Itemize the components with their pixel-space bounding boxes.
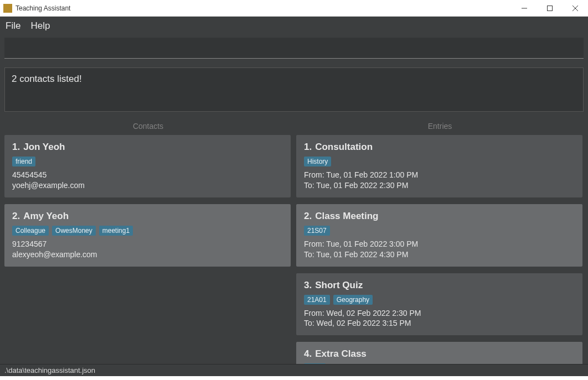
status-message: 2 contacts listed!	[12, 74, 82, 84]
entry-title: 3.Short Quiz	[304, 280, 575, 291]
tag: friend	[12, 157, 35, 166]
menubar: File Help	[0, 17, 588, 35]
entry-index: 3.	[304, 280, 312, 290]
entries-list[interactable]: 1.ConsultationHistoryFrom: Tue, 01 Feb 2…	[296, 135, 584, 364]
entry-name: Consultation	[315, 142, 373, 152]
tag: Math	[304, 363, 326, 364]
contacts-column: Contacts 1.Jon Yeohfriend45454545yoehj@e…	[0, 116, 294, 364]
tag: 21A01	[304, 295, 330, 305]
entry-title: 2.Class Meeting	[304, 211, 575, 222]
entry-card[interactable]: 1.ConsultationHistoryFrom: Tue, 01 Feb 2…	[296, 135, 582, 197]
maximize-button[interactable]	[537, 0, 563, 17]
entry-name: Short Quiz	[315, 280, 363, 290]
contact-email: yoehj@example.com	[12, 180, 283, 191]
footer-path: .\data\teachingassistant.json	[4, 366, 95, 374]
status-box: 2 contacts listed!	[4, 67, 584, 112]
entry-card[interactable]: 4.Extra ClassMath	[296, 342, 582, 364]
svg-rect-1	[548, 6, 553, 11]
contacts-header: Contacts	[4, 116, 292, 135]
tag: Colleague	[12, 226, 49, 236]
tag: Geography	[333, 295, 373, 305]
close-button[interactable]	[563, 0, 588, 17]
window-controls	[512, 0, 588, 17]
window-titlebar: Teaching Assistant	[0, 0, 588, 17]
tag: 21S07	[304, 226, 330, 236]
entry-to: To: Wed, 02 Feb 2022 3:15 PM	[304, 318, 575, 329]
minimize-button[interactable]	[512, 0, 537, 17]
main-area: Contacts 1.Jon Yeohfriend45454545yoehj@e…	[0, 116, 588, 364]
contact-title: 1.Jon Yeoh	[12, 142, 283, 153]
entry-tags: History	[304, 156, 575, 168]
footer-bar: .\data\teachingassistant.json	[0, 364, 588, 376]
tag: meeting1	[99, 226, 133, 236]
contact-card[interactable]: 1.Jon Yeohfriend45454545yoehj@example.co…	[4, 135, 291, 197]
entry-index: 4.	[304, 348, 312, 359]
entry-from: From: Tue, 01 Feb 2022 1:00 PM	[304, 170, 575, 180]
command-row	[0, 35, 588, 60]
status-row: 2 contacts listed!	[0, 60, 588, 116]
entry-title: 1.Consultation	[304, 142, 575, 153]
tag: History	[304, 157, 331, 166]
contacts-list[interactable]: 1.Jon Yeohfriend45454545yoehj@example.co…	[4, 135, 292, 364]
contact-tags: friend	[12, 156, 283, 168]
entry-index: 1.	[304, 142, 312, 152]
entry-from: From: Wed, 02 Feb 2022 2:30 PM	[304, 308, 575, 319]
entries-column: Entries 1.ConsultationHistoryFrom: Tue, …	[294, 116, 588, 364]
entry-tags: 21S07	[304, 225, 575, 237]
contact-index: 1.	[12, 142, 20, 152]
entry-to: To: Tue, 01 Feb 2022 4:30 PM	[304, 249, 575, 260]
entry-card[interactable]: 2.Class Meeting21S07From: Tue, 01 Feb 20…	[296, 204, 582, 267]
entry-index: 2.	[304, 211, 312, 221]
entry-tags: Math	[304, 363, 575, 364]
contact-name: Jon Yeoh	[23, 142, 65, 152]
contact-email: alexyeoh@example.com	[12, 249, 283, 260]
contact-index: 2.	[12, 211, 20, 221]
window-title: Teaching Assistant	[16, 4, 512, 12]
tag: OwesMoney	[52, 226, 96, 236]
command-input[interactable]	[4, 38, 584, 59]
entry-title: 4.Extra Class	[304, 348, 575, 360]
entry-name: Class Meeting	[315, 211, 378, 221]
entries-header: Entries	[296, 116, 584, 135]
contact-title: 2.Amy Yeoh	[12, 211, 283, 222]
contact-name: Amy Yeoh	[23, 211, 69, 221]
menu-help[interactable]: Help	[30, 20, 50, 32]
contact-card[interactable]: 2.Amy YeohColleagueOwesMoneymeeting19123…	[4, 204, 291, 267]
menu-file[interactable]: File	[6, 20, 20, 32]
entry-from: From: Tue, 01 Feb 2022 3:00 PM	[304, 239, 575, 249]
entry-card[interactable]: 3.Short Quiz21A01GeographyFrom: Wed, 02 …	[296, 273, 582, 336]
contact-tags: ColleagueOwesMoneymeeting1	[12, 225, 283, 237]
app-icon	[3, 4, 12, 13]
contact-phone: 91234567	[12, 239, 283, 249]
entry-tags: 21A01Geography	[304, 294, 575, 306]
entry-name: Extra Class	[315, 348, 367, 359]
contact-phone: 45454545	[12, 170, 283, 180]
entry-to: To: Tue, 01 Feb 2022 2:30 PM	[304, 180, 575, 191]
